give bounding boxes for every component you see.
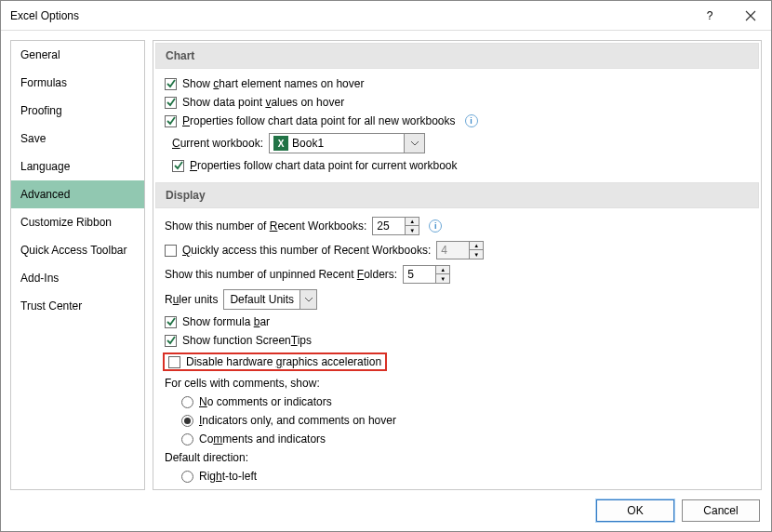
checkbox-show-data-values[interactable] [165,97,177,109]
radio-rtl[interactable] [181,471,193,483]
sidebar-item-label: Advanced [20,188,70,201]
radio-comments-ind[interactable] [181,415,193,427]
sidebar-item-label: Customize Ribbon [20,216,112,229]
spin-up-icon[interactable]: ▲ [406,218,419,226]
label-properties-current: Properties follow chart data point for c… [190,159,457,172]
label-recent-folders: Show this number of unpinned Recent Fold… [165,268,397,281]
cancel-button[interactable]: Cancel [682,499,760,522]
sidebar-item-label: Proofing [20,104,62,117]
sidebar-item-formulas[interactable]: Formulas [11,69,144,97]
sidebar-item-proofing[interactable]: Proofing [11,97,144,125]
row-comments-none: No comments or indicators [153,392,761,411]
sidebar-item-label: Language [20,160,70,173]
row-current-workbook: Current workbook: X Book1 [153,130,761,156]
row-recent-folders: Show this number of unpinned Recent Fold… [153,262,761,286]
row-recent-workbooks: Show this number of Recent Workbooks: ▲▼… [153,214,761,238]
sidebar-item-label: Add-Ins [20,272,59,285]
spin-down-icon[interactable]: ▼ [436,274,449,283]
label-disable-hw: Disable hardware graphics acceleration [186,355,381,368]
checkbox-disable-hw[interactable] [168,356,180,368]
sidebar-item-label: General [20,48,60,61]
checkbox-properties-current[interactable] [172,160,184,172]
dialog-footer: OK Cancel [1,490,771,531]
checkbox-properties-new[interactable] [165,115,177,127]
row-direction-header: Default direction: [153,448,761,467]
label-comments-header: For cells with comments, show: [165,377,320,390]
row-disable-hw: Disable hardware graphics acceleration [153,350,761,374]
row-ruler-units: Ruler units Default Units [153,286,761,313]
row-show-chart-names: Show chart element names on hover [153,74,761,93]
section-header-display: Display [155,182,759,208]
spin-recent-folders[interactable]: ▲▼ [403,265,450,284]
combo-ruler-units[interactable]: Default Units [223,289,317,310]
spin-down-icon[interactable]: ▼ [406,226,419,234]
sidebar-item-general[interactable]: General [11,41,144,69]
spin-up-icon[interactable]: ▲ [436,266,449,274]
dialog-title: Excel Options [10,9,689,22]
row-comments-header: For cells with comments, show: [153,374,761,392]
label-quick-access: Quickly access this number of Recent Wor… [182,244,431,257]
label-ruler-units: Ruler units [165,293,218,306]
spin-down-icon: ▼ [470,250,483,259]
checkbox-formula-bar[interactable] [165,316,177,328]
row-rtl: Right-to-left [153,467,761,485]
category-sidebar: General Formulas Proofing Save Language … [10,40,145,490]
section-header-chart: Chart [155,43,759,69]
spin-recent-folders-input[interactable] [404,266,435,283]
sidebar-item-language[interactable]: Language [11,153,144,180]
sidebar-item-label: Quick Access Toolbar [20,244,127,257]
checkbox-screentips[interactable] [165,335,177,347]
chevron-down-icon[interactable] [404,134,424,153]
row-quick-access: Quickly access this number of Recent Wor… [153,238,761,262]
sidebar-item-label: Save [20,132,46,145]
ok-button[interactable]: OK [596,499,674,522]
excel-options-dialog: Excel Options ? General Formulas Proofin… [0,0,772,532]
sidebar-item-label: Formulas [20,76,67,89]
label-properties-new: Properties follow chart data point for a… [182,114,456,127]
label-comments-both: Comments and indicators [199,432,326,446]
combo-current-workbook-value: Book1 [292,137,404,150]
sidebar-item-save[interactable]: Save [11,125,144,153]
combo-ruler-units-value: Default Units [224,293,299,306]
sidebar-item-trust-center[interactable]: Trust Center [11,292,144,320]
spin-up-icon: ▲ [470,242,483,250]
spin-quick-access-input [437,242,469,259]
sidebar-item-advanced[interactable]: Advanced [11,180,144,208]
checkbox-show-chart-names[interactable] [165,78,177,90]
row-show-data-values: Show data point values on hover [153,93,761,112]
sidebar-item-add-ins[interactable]: Add-Ins [11,264,144,292]
highlight-disable-hw: Disable hardware graphics acceleration [163,352,387,371]
combo-current-workbook[interactable]: X Book1 [269,133,425,153]
sidebar-item-label: Trust Center [20,299,82,313]
radio-comments-none[interactable] [181,396,193,408]
dialog-body: General Formulas Proofing Save Language … [1,31,771,490]
content-scroll[interactable]: Chart Show chart element names on hover … [153,41,761,489]
row-formula-bar: Show formula bar [153,313,761,331]
label-current-workbook: Current workbook: [172,137,263,150]
row-properties-current: Properties follow chart data point for c… [153,156,761,175]
content-wrap: Chart Show chart element names on hover … [153,40,762,490]
checkbox-quick-access[interactable] [165,245,177,257]
sidebar-item-quick-access-toolbar[interactable]: Quick Access Toolbar [11,236,144,264]
label-direction-header: Default direction: [165,451,248,464]
label-show-chart-names: Show chart element names on hover [182,77,364,90]
spin-recent-workbooks-input[interactable] [373,218,405,234]
label-formula-bar: Show formula bar [182,315,270,328]
close-button[interactable] [730,1,771,31]
row-comments-both: Comments and indicators [153,430,761,448]
label-recent-workbooks: Show this number of Recent Workbooks: [165,219,366,233]
chevron-down-icon[interactable] [299,290,316,309]
close-icon [745,10,756,21]
help-button[interactable]: ? [689,1,730,31]
label-rtl: Right-to-left [199,470,257,483]
row-properties-new: Properties follow chart data point for a… [153,112,761,130]
spin-recent-workbooks[interactable]: ▲▼ [372,217,419,235]
info-icon[interactable]: i [429,219,442,233]
row-comments-ind: Indicators only, and comments on hover [153,411,761,430]
sidebar-item-customize-ribbon[interactable]: Customize Ribbon [11,208,144,236]
label-screentips: Show function ScreenTips [182,334,312,347]
label-comments-none: No comments or indicators [199,395,332,408]
excel-icon: X [273,136,288,151]
info-icon[interactable]: i [465,114,478,127]
radio-comments-both[interactable] [181,433,193,446]
